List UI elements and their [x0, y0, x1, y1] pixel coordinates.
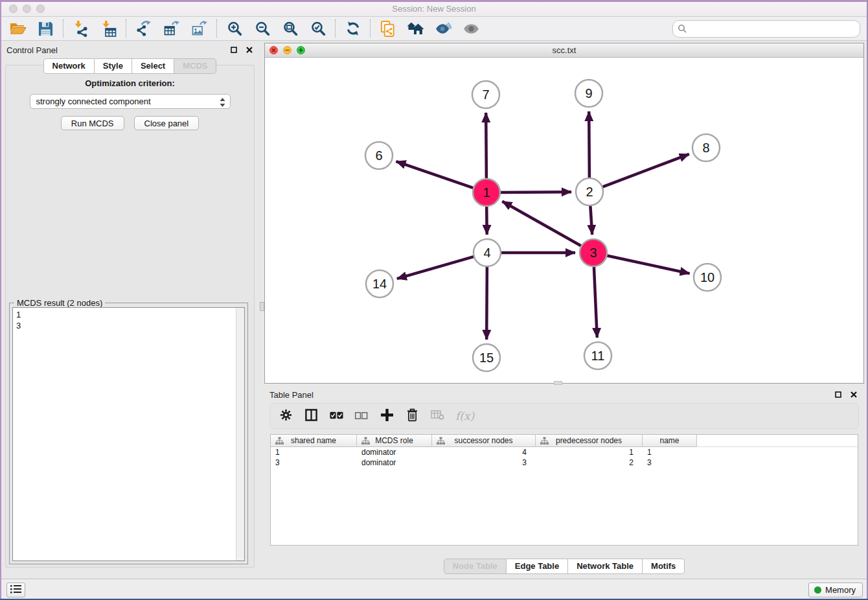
graph-node-10[interactable]: 10 — [694, 264, 721, 291]
graph-node-15[interactable]: 15 — [473, 344, 500, 371]
graph-edge-2-8[interactable] — [601, 154, 689, 187]
tab-network[interactable]: Network — [43, 58, 95, 74]
add-row-icon — [381, 409, 393, 423]
criterion-dropdown[interactable]: strongly connected component — [30, 94, 231, 109]
graph-node-label: 3 — [589, 246, 597, 260]
export-table-button[interactable] — [157, 18, 185, 39]
column-header-label: successor nodes — [454, 436, 512, 445]
hide-selected-button[interactable] — [429, 18, 457, 39]
tab-style[interactable]: Style — [95, 58, 132, 74]
column-header-predecessor-nodes[interactable]: predecessor nodes — [536, 435, 643, 447]
copy-style-button[interactable] — [374, 18, 402, 39]
graph-node-14[interactable]: 14 — [366, 270, 393, 297]
result-scrollbar[interactable] — [236, 308, 244, 560]
tab-edge-table[interactable]: Edge Table — [507, 559, 568, 574]
control-panel-title: Control Panel — [6, 45, 58, 55]
tab-network-table[interactable]: Network Table — [568, 559, 643, 574]
zoom-selected-button[interactable] — [304, 18, 332, 39]
graph-node-label: 8 — [702, 141, 709, 155]
graph-edge-3-11[interactable] — [594, 265, 597, 338]
graph-edge-4-15[interactable] — [486, 265, 487, 340]
tab-select[interactable]: Select — [132, 58, 174, 74]
function-builder-button: f(x) — [455, 408, 474, 424]
select-all-checkboxes-icon — [330, 411, 343, 421]
mcds-result-area[interactable]: 13 — [12, 307, 245, 561]
graph-node-label: 15 — [479, 351, 494, 365]
graph-node-8[interactable]: 8 — [692, 134, 720, 161]
run-mcds-button[interactable]: Run MCDS — [61, 116, 124, 130]
add-row-button[interactable] — [380, 408, 394, 424]
zoom-out-button[interactable] — [248, 18, 276, 39]
open-session-button[interactable] — [4, 18, 32, 39]
graph-edge-2-3[interactable] — [590, 204, 592, 235]
toolbar-separator — [63, 19, 63, 38]
float-panel-icon[interactable] — [230, 46, 238, 54]
refresh-layout-button[interactable] — [339, 18, 367, 39]
graph-edge-1-2[interactable] — [499, 192, 571, 192]
graph-node-9[interactable]: 9 — [575, 80, 602, 107]
import-table-icon — [101, 21, 117, 37]
table-row[interactable]: 3dominator323 — [271, 457, 858, 468]
graph-edge-3-10[interactable] — [606, 255, 690, 273]
zoom-in-button[interactable] — [220, 18, 248, 39]
column-header-name[interactable]: name — [643, 435, 697, 447]
graph-node-1[interactable]: 1 — [473, 179, 500, 206]
close-panel-button[interactable]: Close panel — [134, 116, 200, 130]
graph-edge-2-9[interactable] — [589, 111, 589, 179]
zoom-fit-button[interactable] — [276, 18, 304, 39]
column-header-mcds-role[interactable]: MCDS role — [357, 435, 432, 447]
optimization-criterion-label: Optimization criterion: — [6, 78, 254, 88]
graph-node-label: 9 — [585, 86, 592, 100]
columns-button[interactable] — [304, 408, 318, 424]
toolbar-separator — [370, 19, 371, 38]
column-header-label: MCDS role — [375, 436, 413, 445]
graph-edge-1-4[interactable] — [486, 205, 487, 235]
import-network-button[interactable] — [67, 18, 95, 39]
tab-mcds[interactable]: MCDS — [174, 58, 216, 74]
graph-node-11[interactable]: 11 — [584, 342, 611, 369]
vertical-splitter-handle[interactable] — [260, 302, 264, 311]
horizontal-splitter-handle[interactable] — [554, 381, 562, 385]
import-table-button[interactable] — [95, 18, 122, 39]
refresh-layout-icon — [345, 21, 361, 36]
graph-edge-1-6[interactable] — [396, 161, 475, 189]
column-header-successor-nodes[interactable]: successor nodes — [432, 435, 536, 447]
graph-edge-3-1[interactable] — [502, 202, 582, 247]
main-toolbar — [0, 17, 868, 41]
table-row[interactable]: 1dominator411 — [271, 447, 858, 457]
graph-node-3[interactable]: 3 — [580, 239, 607, 266]
memory-button[interactable]: Memory — [808, 583, 863, 597]
select-all-checkboxes-button[interactable] — [329, 408, 343, 424]
open-session-icon — [10, 21, 27, 36]
column-header-label: name — [659, 436, 679, 445]
task-history-button[interactable] — [6, 583, 25, 597]
column-header-label: predecessor nodes — [556, 436, 622, 445]
delete-row-button[interactable] — [405, 408, 419, 424]
graph-node-label: 2 — [586, 185, 593, 199]
graph-edge-4-14[interactable] — [397, 256, 475, 279]
graph-node-4[interactable]: 4 — [474, 239, 501, 266]
graph-node-7[interactable]: 7 — [472, 81, 499, 108]
save-session-button[interactable] — [32, 18, 60, 39]
close-panel-icon[interactable] — [246, 46, 253, 54]
close-table-panel-icon[interactable] — [850, 391, 858, 398]
graph-node-6[interactable]: 6 — [365, 142, 393, 169]
float-table-panel-icon[interactable] — [834, 391, 842, 398]
export-image-button[interactable] — [185, 18, 213, 39]
tab-node-table[interactable]: Node Table — [444, 559, 507, 574]
import-network-icon — [73, 21, 89, 37]
graph-node-2[interactable]: 2 — [576, 178, 603, 205]
show-all-button[interactable] — [457, 18, 485, 39]
graph-edge-1-7[interactable] — [486, 113, 486, 180]
unselect-all-checkboxes-button[interactable] — [354, 408, 369, 424]
column-tree-icon — [275, 437, 284, 447]
gear-button[interactable] — [279, 408, 293, 424]
column-header-shared-name[interactable]: shared name — [271, 435, 357, 447]
network-canvas[interactable]: 7968124314101511 — [265, 58, 863, 383]
search-input[interactable] — [672, 20, 860, 38]
cell-mcds-role: dominator — [357, 457, 432, 468]
network-home-button[interactable] — [402, 18, 429, 39]
export-network-button[interactable] — [130, 18, 157, 39]
zoom-in-icon — [227, 21, 242, 36]
tab-motifs[interactable]: Motifs — [643, 559, 685, 574]
